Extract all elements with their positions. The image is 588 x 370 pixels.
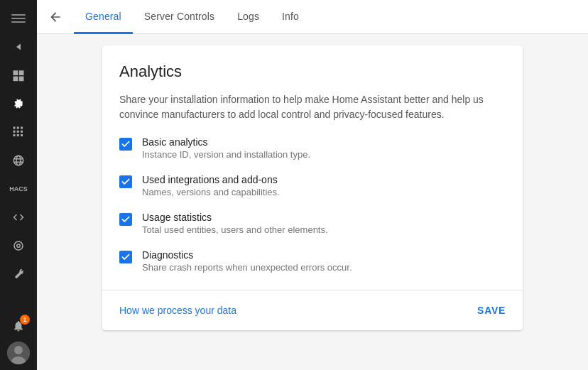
checkbox-usage-statistics: Usage statistics Total used entities, us… [119, 212, 506, 235]
checkbox-diagnostics-label: Diagnostics [142, 249, 352, 261]
checkbox-basic-analytics-wrapper[interactable] [119, 138, 132, 151]
svg-rect-17 [21, 134, 23, 136]
svg-point-22 [17, 244, 21, 248]
svg-rect-6 [13, 77, 18, 82]
checkbox-usage-statistics-label: Usage statistics [142, 212, 328, 223]
checkbox-basic-analytics: Basic analytics Instance ID, version and… [119, 136, 506, 160]
sidebar-item-back[interactable] [6, 34, 31, 60]
sidebar-item-settings[interactable] [6, 91, 31, 116]
checkbox-diagnostics: Diagnostics Share crash reports when une… [119, 249, 506, 273]
sidebar: HACS 1 [0, 0, 37, 370]
tab-general[interactable]: General [74, 1, 133, 34]
sidebar-top: HACS [6, 6, 31, 313]
svg-rect-5 [19, 70, 24, 75]
save-button[interactable]: SAVE [477, 299, 506, 322]
checkbox-diagnostics-box[interactable] [119, 251, 132, 263]
checkbox-diagnostics-sublabel: Share crash reports when unexpected erro… [142, 262, 352, 273]
tabs: General Server Controls Logs Info [74, 0, 310, 33]
svg-rect-9 [13, 127, 16, 129]
svg-rect-7 [19, 77, 24, 82]
svg-point-23 [14, 241, 23, 250]
svg-rect-0 [11, 14, 26, 16]
svg-rect-13 [17, 131, 19, 133]
checkbox-basic-analytics-label: Basic analytics [142, 136, 310, 148]
sidebar-item-hacs[interactable]: HACS [6, 176, 31, 202]
card-footer: How we process your data SAVE [102, 290, 523, 330]
checkbox-usage-statistics-box[interactable] [119, 213, 132, 226]
topbar: General Server Controls Logs Info [37, 0, 588, 34]
svg-rect-12 [13, 131, 16, 133]
back-button[interactable] [43, 4, 68, 30]
main: General Server Controls Logs Info Analyt… [37, 0, 588, 370]
checkbox-basic-analytics-box[interactable] [119, 138, 132, 151]
sidebar-item-dashboard[interactable] [6, 62, 31, 88]
notification-badge: 1 [20, 315, 30, 325]
menu-icon[interactable] [6, 6, 31, 31]
checkbox-integrations-sublabel: Names, versions and capabilities. [142, 187, 280, 197]
sidebar-item-grid[interactable] [6, 119, 31, 145]
checkbox-integrations: Used integrations and add-ons Names, ver… [119, 174, 506, 197]
checkbox-usage-statistics-sublabel: Total used entities, users and other ele… [142, 224, 328, 235]
tab-info[interactable]: Info [271, 1, 310, 34]
svg-point-25 [14, 346, 23, 354]
checkbox-usage-statistics-wrapper[interactable] [119, 213, 132, 226]
svg-rect-2 [11, 21, 26, 23]
svg-rect-4 [13, 70, 18, 75]
svg-rect-10 [17, 127, 19, 129]
svg-rect-1 [11, 18, 26, 19]
svg-rect-14 [21, 131, 23, 133]
sidebar-item-notifications[interactable]: 1 [6, 313, 31, 339]
tab-logs[interactable]: Logs [226, 1, 271, 34]
card-title: Analytics [119, 62, 506, 81]
card-description: Share your installation information to h… [119, 92, 506, 122]
checkbox-integrations-label: Used integrations and add-ons [142, 174, 280, 185]
data-processing-link[interactable]: How we process your data [119, 305, 236, 316]
sidebar-bottom: 1 [6, 313, 31, 370]
svg-marker-3 [16, 44, 21, 50]
card-body: Analytics Share your installation inform… [102, 45, 523, 290]
svg-rect-11 [21, 127, 23, 129]
user-avatar[interactable] [7, 342, 30, 364]
sidebar-item-devtools[interactable] [6, 205, 31, 230]
svg-point-19 [16, 156, 21, 165]
svg-rect-16 [17, 134, 19, 136]
checkbox-basic-analytics-sublabel: Instance ID, version and installation ty… [142, 149, 310, 160]
sidebar-item-network[interactable] [6, 233, 31, 259]
svg-rect-15 [13, 134, 16, 136]
analytics-card: Analytics Share your installation inform… [102, 45, 523, 330]
sidebar-item-wrench[interactable] [6, 261, 31, 287]
tab-server-controls[interactable]: Server Controls [133, 1, 226, 34]
checkbox-integrations-box[interactable] [119, 175, 132, 188]
sidebar-item-globe[interactable] [6, 148, 31, 173]
checkbox-integrations-wrapper[interactable] [119, 175, 132, 188]
checkbox-diagnostics-wrapper[interactable] [119, 251, 132, 263]
content-area: Analytics Share your installation inform… [37, 34, 588, 370]
svg-point-18 [13, 156, 23, 165]
